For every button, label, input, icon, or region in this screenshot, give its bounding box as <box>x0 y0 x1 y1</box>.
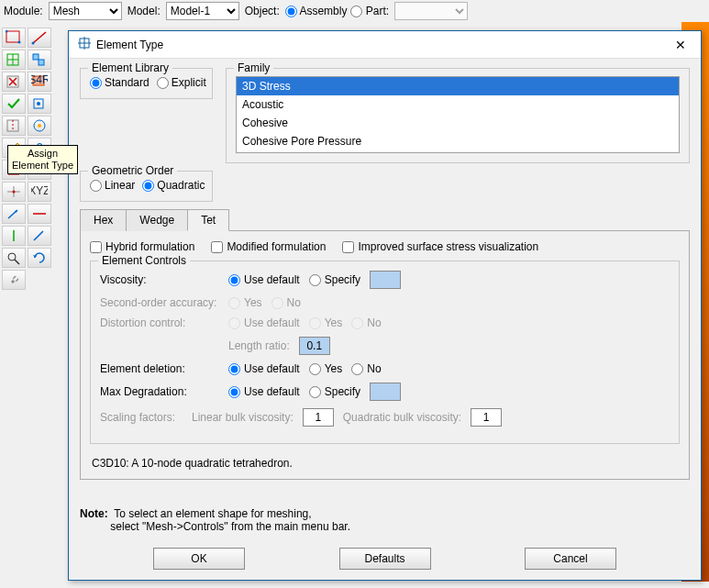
family-list[interactable]: 3D Stress Acoustic Cohesive Cohesive Por… <box>236 76 680 153</box>
element-controls-legend: Element Controls <box>98 254 190 267</box>
seed-part-icon[interactable] <box>2 28 26 48</box>
degradation-specify-input[interactable] <box>370 383 401 401</box>
explicit-radio[interactable]: Explicit <box>157 76 206 89</box>
wrench-icon[interactable] <box>2 270 26 290</box>
standard-radio[interactable]: Standard <box>90 76 150 89</box>
svg-rect-0 <box>6 31 19 42</box>
tet-panel: Hybrid formulation Modified formulation … <box>80 230 690 480</box>
mesh-part-icon[interactable] <box>2 50 26 70</box>
verify-mesh-icon[interactable] <box>2 94 26 114</box>
distortion-no-radio: No <box>351 316 381 329</box>
viscosity-specify-radio[interactable]: Specify <box>309 273 360 286</box>
mesh-region-icon[interactable] <box>28 50 51 70</box>
tab-hex[interactable]: Hex <box>80 209 127 231</box>
geometric-order-group: Geometric Order Linear Quadratic <box>80 171 213 202</box>
top-toolbar: Module: Mesh Model: Model-1 Object: Asse… <box>0 0 709 22</box>
axis-x-icon[interactable] <box>28 204 51 224</box>
assign-element-type-tooltip: Assign Element Type <box>7 145 78 174</box>
element-library-legend: Element Library <box>88 61 172 74</box>
family-item-acoustic[interactable]: Acoustic <box>237 95 679 114</box>
defaults-button[interactable]: Defaults <box>339 548 431 570</box>
linear-label: Linear <box>105 179 135 192</box>
quadratic-radio[interactable]: Quadratic <box>142 179 205 192</box>
xyz-icon[interactable]: (XYZ) <box>28 182 51 202</box>
length-ratio-input <box>299 337 330 355</box>
delete-mesh-icon[interactable] <box>2 72 26 92</box>
cancel-button[interactable]: Cancel <box>525 548 616 570</box>
close-icon[interactable]: ✕ <box>670 38 692 52</box>
refresh-icon[interactable] <box>28 248 51 268</box>
part-label: Part: <box>366 5 389 17</box>
svg-text:(XYZ): (XYZ) <box>31 184 48 197</box>
viscosity-label: Viscosity: <box>100 273 219 286</box>
element-controls-group: Element Controls Viscosity: Use default … <box>90 261 680 444</box>
dialog-titlebar: Element Type ✕ <box>69 31 701 59</box>
svg-point-34 <box>8 253 16 261</box>
improved-check[interactable]: Improved surface stress visualization <box>342 240 538 253</box>
module-label: Module: <box>4 5 43 17</box>
degradation-default-radio[interactable]: Use default <box>228 385 300 398</box>
second-order-yes-radio: Yes <box>228 296 262 309</box>
seed-edge-icon[interactable] <box>28 28 51 48</box>
axis-y-icon[interactable] <box>2 226 26 246</box>
quadratic-bulk-label: Quadratic bulk viscosity: <box>343 411 461 424</box>
quadratic-bulk-input <box>471 408 502 427</box>
svg-point-28 <box>13 191 16 194</box>
virtual-topology-icon[interactable] <box>28 116 51 136</box>
deletion-no-radio[interactable]: No <box>351 362 381 375</box>
viscosity-specify-input[interactable] <box>370 271 401 289</box>
tab-wedge[interactable]: Wedge <box>126 209 188 231</box>
partition-icon[interactable] <box>2 116 26 136</box>
family-item-cohesive[interactable]: Cohesive <box>237 114 679 132</box>
degradation-specify-radio[interactable]: Specify <box>309 385 360 398</box>
modified-check[interactable]: Modified formulation <box>211 240 326 253</box>
note-line2: select "Mesh->Controls" from the main me… <box>110 520 350 533</box>
part-select[interactable] <box>394 2 468 20</box>
second-order-label: Second-order accuracy: <box>100 296 219 309</box>
second-order-no-radio: No <box>271 296 301 309</box>
object-part-radio[interactable]: Part: <box>350 5 389 17</box>
max-degradation-label: Max Degradation: <box>100 385 219 398</box>
object-assembly-radio[interactable]: Assembly <box>285 5 348 17</box>
distortion-default-radio: Use default <box>228 316 300 329</box>
dialog-title-text: Element Type <box>96 39 163 51</box>
deletion-yes-radio[interactable]: Yes <box>309 362 343 375</box>
note-block: Note: To select an element shape for mes… <box>80 507 690 533</box>
family-legend: Family <box>234 61 273 74</box>
family-item-3d-stress[interactable]: 3D Stress <box>237 77 679 95</box>
distortion-yes-radio: Yes <box>309 316 343 329</box>
svg-line-33 <box>34 231 43 240</box>
note-label: Note: <box>80 507 108 520</box>
family-item-cohesive-pore[interactable]: Cohesive Pore Pressure <box>237 132 679 150</box>
model-select[interactable]: Model-1 <box>166 2 239 20</box>
axis-z-icon[interactable] <box>28 226 51 246</box>
datum-icon[interactable] <box>2 182 26 202</box>
model-label: Model: <box>127 5 161 17</box>
geometric-order-legend: Geometric Order <box>88 164 177 177</box>
svg-point-20 <box>38 124 41 128</box>
svg-line-35 <box>15 260 19 264</box>
quadratic-label: Quadratic <box>157 179 205 192</box>
svg-text:S4R: S4R <box>31 74 48 86</box>
module-select[interactable]: Mesh <box>49 2 122 20</box>
controls-icon[interactable] <box>28 94 51 114</box>
tab-tet[interactable]: Tet <box>187 209 229 231</box>
magnify-icon[interactable] <box>2 248 26 268</box>
svg-point-16 <box>37 102 40 105</box>
linear-radio[interactable]: Linear <box>90 179 135 192</box>
svg-rect-9 <box>39 60 44 65</box>
svg-point-2 <box>18 41 21 44</box>
hybrid-check[interactable]: Hybrid formulation <box>90 240 194 253</box>
element-deletion-label: Element deletion: <box>100 362 219 375</box>
element-type-icon[interactable]: S4R <box>28 72 51 92</box>
vector-icon[interactable] <box>2 204 26 224</box>
explicit-label: Explicit <box>172 76 206 89</box>
deletion-default-radio[interactable]: Use default <box>228 362 300 375</box>
svg-rect-8 <box>33 54 39 60</box>
viscosity-default-radio[interactable]: Use default <box>228 273 300 286</box>
family-group: Family 3D Stress Acoustic Cohesive Cohes… <box>226 68 690 163</box>
linear-bulk-label: Linear bulk viscosity: <box>192 411 294 424</box>
element-description: C3D10: A 10-node quadratic tetrahedron. <box>90 457 680 470</box>
note-line1: To select an element shape for meshing, <box>114 507 311 520</box>
ok-button[interactable]: OK <box>153 548 245 570</box>
